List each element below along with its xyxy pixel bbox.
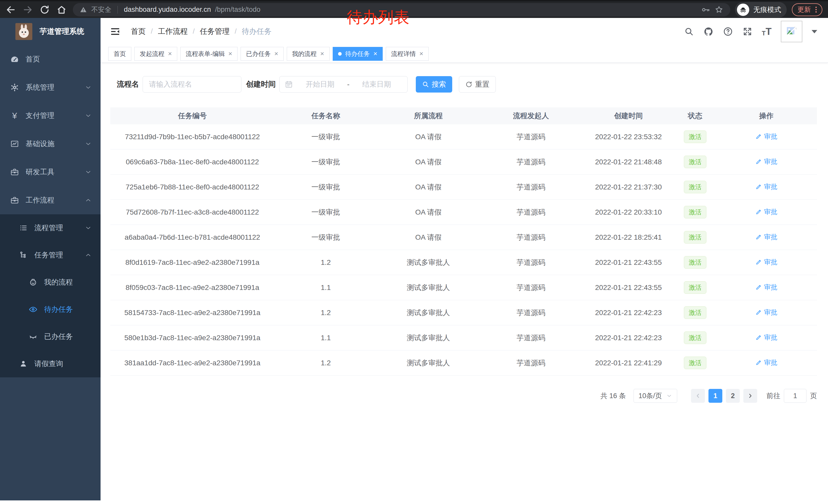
- table-row: 8f0d1619-7ac8-11ec-a9e2-a2380e71991a 1.2…: [110, 250, 817, 275]
- date-range-picker[interactable]: 开始日期 - 结束日期: [279, 76, 408, 93]
- process-name-label: 流程名: [117, 79, 139, 89]
- close-icon[interactable]: ×: [373, 50, 377, 57]
- reset-button[interactable]: 重置: [459, 76, 496, 93]
- tab-label: 待办任务: [345, 50, 370, 58]
- update-label: 更新: [797, 5, 811, 14]
- tab-form-edit[interactable]: 流程表单-编辑×: [180, 47, 238, 61]
- close-icon[interactable]: ×: [228, 50, 232, 57]
- table-row: 73211d9d-7b9b-11ec-b5b7-acde48001122 一级审…: [110, 124, 817, 149]
- home-icon[interactable]: [56, 5, 67, 15]
- help-icon[interactable]: [723, 27, 733, 37]
- page-button-1[interactable]: 1: [708, 389, 722, 403]
- approve-link[interactable]: 审批: [755, 208, 778, 216]
- status-badge: 激活: [684, 155, 706, 168]
- status-badge: 激活: [684, 231, 706, 243]
- goto-page-input[interactable]: [784, 389, 806, 403]
- caret-down-icon[interactable]: [812, 30, 817, 36]
- header-actions: TT: [684, 21, 817, 42]
- fullscreen-icon[interactable]: [742, 27, 753, 37]
- more-vert-icon[interactable]: [816, 7, 817, 12]
- end-date-placeholder[interactable]: 结束日期: [351, 80, 402, 89]
- avatar[interactable]: [781, 21, 802, 42]
- incognito-icon: [737, 4, 749, 16]
- sidebar-item-process-mgmt[interactable]: 流程管理: [0, 214, 100, 241]
- close-icon[interactable]: ×: [274, 50, 278, 57]
- tab-done-tasks[interactable]: 已办任务×: [241, 47, 283, 61]
- breadcrumb-item[interactable]: 首页: [131, 27, 146, 37]
- sidebar-item-workflow[interactable]: 工作流程: [0, 186, 100, 214]
- close-icon[interactable]: ×: [320, 50, 324, 57]
- approve-link[interactable]: 审批: [755, 157, 778, 166]
- approve-link[interactable]: 审批: [755, 132, 778, 141]
- approve-link[interactable]: 审批: [755, 333, 778, 342]
- cell-create-time: 2022-01-22 23:53:32: [582, 133, 675, 141]
- cell-task-id: 75d72608-7b7f-11ec-a3c8-acde48001122: [110, 208, 275, 216]
- sidebar-item-done-tasks[interactable]: 已办任务: [0, 323, 100, 350]
- start-date-placeholder[interactable]: 开始日期: [294, 80, 345, 89]
- tab-process-detail[interactable]: 流程详情×: [386, 47, 429, 61]
- search-button[interactable]: 搜索: [416, 76, 452, 93]
- search-icon[interactable]: [684, 27, 694, 37]
- not-secure-label[interactable]: 不安全: [91, 5, 111, 14]
- table-row: 58154733-7ac8-11ec-a9e2-a2380e71991a 1.2…: [110, 300, 817, 325]
- warning-icon[interactable]: [80, 6, 87, 13]
- approve-link[interactable]: 审批: [755, 232, 778, 241]
- key-icon[interactable]: [701, 5, 710, 14]
- approve-link[interactable]: 审批: [755, 358, 778, 367]
- close-icon[interactable]: ×: [168, 50, 172, 57]
- logo-image: [15, 23, 32, 40]
- app-logo[interactable]: 芋道管理系统: [0, 18, 100, 45]
- sidebar-item-label: 已办任务: [44, 332, 73, 341]
- next-page-button[interactable]: [743, 389, 757, 403]
- sidebar-item-home[interactable]: 首页: [0, 45, 100, 73]
- sidebar-item-todo-tasks[interactable]: 待办任务: [0, 296, 100, 323]
- sidebar-item-payment[interactable]: ¥ 支付管理: [0, 101, 100, 130]
- pencil-icon: [755, 158, 762, 165]
- tab-home[interactable]: 首页: [108, 47, 131, 61]
- collapse-menu-icon[interactable]: [110, 26, 121, 37]
- breadcrumb-item[interactable]: 任务管理: [200, 27, 230, 37]
- tab-start-process[interactable]: 发起流程×: [134, 47, 177, 61]
- search-button-label: 搜索: [432, 80, 446, 89]
- status-badge: 激活: [684, 181, 706, 193]
- approve-link[interactable]: 审批: [755, 258, 778, 267]
- pencil-icon: [755, 234, 762, 240]
- cell-task-name: 一级审批: [275, 157, 377, 167]
- github-icon[interactable]: [703, 27, 714, 37]
- sidebar-item-task-mgmt[interactable]: 任务管理: [0, 241, 100, 269]
- sidebar-item-devtools[interactable]: 研发工具: [0, 158, 100, 186]
- approve-label: 审批: [764, 308, 778, 317]
- process-name-input[interactable]: [142, 76, 241, 93]
- page-button-2[interactable]: 2: [726, 389, 740, 403]
- sidebar-item-my-process[interactable]: 我的流程: [0, 269, 100, 296]
- cell-process: OA 请假: [377, 132, 480, 142]
- breadcrumb-separator: /: [193, 28, 195, 35]
- sidebar-item-system[interactable]: 系统管理: [0, 73, 100, 101]
- reload-icon[interactable]: [40, 5, 50, 15]
- update-button[interactable]: 更新: [792, 3, 822, 16]
- tab-my-process[interactable]: 我的流程×: [287, 47, 330, 61]
- cell-process: 测试多审批人: [377, 283, 480, 292]
- approve-link[interactable]: 审批: [755, 283, 778, 292]
- approve-link[interactable]: 审批: [755, 182, 778, 191]
- cell-task-name: 1.2: [275, 359, 377, 367]
- cell-starter: 芋道源码: [480, 132, 582, 142]
- cell-create-time: 2022-01-21 22:42:23: [582, 309, 675, 317]
- address-bar[interactable]: 不安全 dashboard.yudao.iocoder.cn/bpm/task/…: [73, 3, 730, 16]
- forward-icon[interactable]: [23, 5, 33, 15]
- sidebar-item-infra[interactable]: 基础设施: [0, 130, 100, 158]
- close-icon[interactable]: ×: [419, 50, 423, 57]
- star-icon[interactable]: [714, 5, 723, 14]
- cell-task-id: 8f059c03-7ac8-11ec-a9e2-a2380e71991a: [110, 283, 275, 292]
- status-badge: 激活: [684, 306, 706, 319]
- tab-todo-tasks[interactable]: 待办任务×: [333, 47, 383, 61]
- approve-label: 审批: [764, 358, 778, 367]
- approve-link[interactable]: 审批: [755, 308, 778, 317]
- breadcrumb-item[interactable]: 工作流程: [158, 27, 188, 37]
- page-size-select[interactable]: 10条/页: [633, 389, 677, 403]
- font-size-icon[interactable]: TT: [762, 27, 772, 36]
- workflow-icon: [10, 196, 19, 204]
- sidebar-item-leave-query[interactable]: 请假查询: [0, 350, 100, 377]
- prev-page-button[interactable]: [691, 389, 705, 403]
- back-icon[interactable]: [6, 5, 16, 15]
